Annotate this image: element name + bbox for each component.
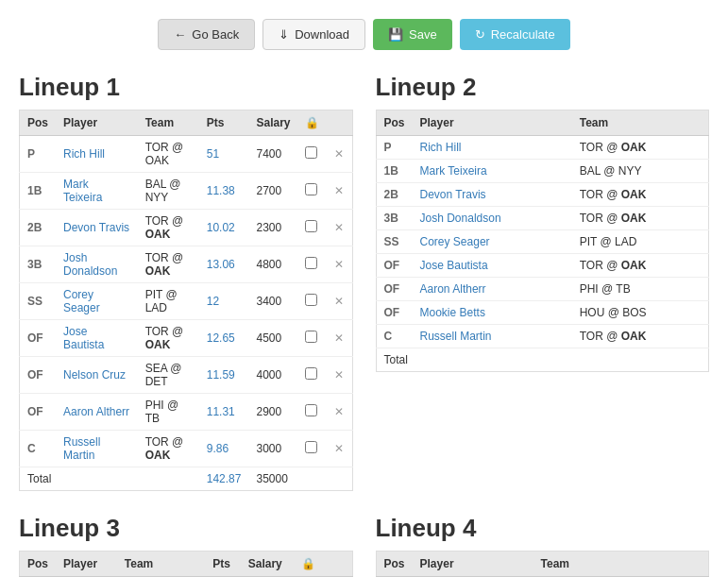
row-8-player[interactable]: Russell Martin <box>56 431 138 467</box>
col-header-6 <box>325 552 352 577</box>
row-8-pts: 9.86 <box>199 431 249 467</box>
row-4-player[interactable]: Corey Seager <box>56 283 138 320</box>
row-2-pos: 2B <box>20 210 57 246</box>
lineup-2-section: Lineup 2PosPlayerTeamPRich HillTOR @ OAK… <box>376 73 710 491</box>
recalculate-label: Recalculate <box>491 27 555 42</box>
row-6-lock[interactable] <box>297 357 327 394</box>
row-2-player[interactable]: Devon Travis <box>56 210 138 246</box>
col-header-0: Pos <box>376 552 413 577</box>
row-1-player[interactable]: Mark Teixeira <box>413 160 572 183</box>
col-header-2: Team <box>117 552 206 577</box>
col-header-0: Pos <box>20 552 57 577</box>
col-header-0: Pos <box>20 110 57 136</box>
go-back-label: Go Back <box>192 27 239 42</box>
row-0-player[interactable]: Rich Hill <box>413 136 572 160</box>
row-2-remove[interactable]: ✕ <box>327 210 352 246</box>
row-5-salary: 4500 <box>248 320 297 357</box>
row-7-lock[interactable] <box>297 394 327 431</box>
row-1-pos: 1B <box>376 160 413 183</box>
row-5-pos: OF <box>376 254 413 278</box>
table-row: 2BDevon TravisTOR @ OAK10.022300✕ <box>20 210 353 246</box>
col-header-1: Player <box>56 552 117 577</box>
row-8-team: TOR @ OAK <box>572 325 709 348</box>
row-7-player[interactable]: Aaron Altherr <box>56 394 138 431</box>
lineup-4-table: PosPlayerTeamPRich HillTOR @ OAKTotal <box>376 551 710 577</box>
row-4-remove[interactable]: ✕ <box>327 283 352 320</box>
col-header-3: Pts <box>205 552 240 577</box>
col-header-6 <box>327 110 352 136</box>
table-row: 3BJosh DonaldsonTOR @ OAK <box>376 207 709 230</box>
table-row: OFJose BautistaTOR @ OAK12.654500✕ <box>20 320 353 357</box>
row-3-pos: 3B <box>376 207 413 230</box>
row-7-player[interactable]: Mookie Betts <box>413 301 572 325</box>
toolbar: ← Go Back ⇓ Download 💾 Save ↻ Recalculat… <box>19 19 709 50</box>
row-4-player[interactable]: Corey Seager <box>413 230 572 254</box>
row-5-team: TOR @ OAK <box>572 254 709 278</box>
row-4-salary: 3400 <box>248 283 297 320</box>
row-6-pos: OF <box>376 278 413 301</box>
row-0-player[interactable]: Rich Hill <box>56 136 138 173</box>
row-0-pts: 51 <box>199 136 249 173</box>
table-row: CRussell MartinTOR @ OAK <box>376 325 709 348</box>
row-4-pts: 12 <box>199 283 249 320</box>
row-2-player[interactable]: Devon Travis <box>413 183 572 207</box>
row-8-lock[interactable] <box>297 431 327 467</box>
lineup-1-section: Lineup 1PosPlayerTeamPtsSalary🔒PRich Hil… <box>19 73 353 491</box>
row-3-remove[interactable]: ✕ <box>327 246 352 283</box>
lineup-3-title: Lineup 3 <box>19 514 353 543</box>
table-row: OFAaron AltherrPHI @ TB11.312900✕ <box>20 394 353 431</box>
row-3-lock[interactable] <box>297 246 327 283</box>
table-row: CRussell MartinTOR @ OAK9.863000✕ <box>20 431 353 467</box>
table-row: OFAaron AltherrPHI @ TB <box>376 278 709 301</box>
row-5-pts: 12.65 <box>199 320 249 357</box>
row-5-team: TOR @ OAK <box>138 320 199 357</box>
total-salary: 35000 <box>248 467 297 491</box>
row-7-remove[interactable]: ✕ <box>327 394 352 431</box>
table-row: 2BDevon TravisTOR @ OAK <box>376 183 709 207</box>
row-1-salary: 2700 <box>248 173 297 210</box>
table-row: SSCorey SeagerPIT @ LAD <box>376 230 709 254</box>
row-8-salary: 3000 <box>248 431 297 467</box>
row-1-remove[interactable]: ✕ <box>327 173 352 210</box>
recalculate-button[interactable]: ↻ Recalculate <box>460 19 570 50</box>
row-1-lock[interactable] <box>297 173 327 210</box>
row-3-player[interactable]: Josh Donaldson <box>413 207 572 230</box>
row-7-pos: OF <box>20 394 57 431</box>
arrow-left-icon: ← <box>174 27 186 42</box>
row-3-player[interactable]: Josh Donaldson <box>56 246 138 283</box>
row-1-player[interactable]: Mark Teixeira <box>56 173 138 210</box>
table-row: OFNelson CruzSEA @ DET11.594000✕ <box>20 357 353 394</box>
row-5-lock[interactable] <box>297 320 327 357</box>
row-4-pos: SS <box>376 230 413 254</box>
lineup-1-total-row: Total142.8735000 <box>20 467 353 491</box>
go-back-button[interactable]: ← Go Back <box>158 19 255 50</box>
download-label: Download <box>295 27 349 42</box>
row-2-lock[interactable] <box>297 210 327 246</box>
total-label: Total <box>20 467 199 491</box>
row-2-team: TOR @ OAK <box>138 210 199 246</box>
row-8-pos: C <box>376 325 413 348</box>
row-5-player[interactable]: Jose Bautista <box>56 320 138 357</box>
col-header-1: Player <box>413 552 533 577</box>
save-button[interactable]: 💾 Save <box>373 19 452 50</box>
row-6-player[interactable]: Aaron Altherr <box>413 278 572 301</box>
row-4-lock[interactable] <box>297 283 327 320</box>
row-6-team: PHI @ TB <box>572 278 709 301</box>
row-8-remove[interactable]: ✕ <box>327 431 352 467</box>
row-1-team: BAL @ NYY <box>138 173 199 210</box>
row-6-remove[interactable]: ✕ <box>327 357 352 394</box>
row-7-salary: 2900 <box>248 394 297 431</box>
row-0-lock[interactable] <box>297 136 327 173</box>
row-5-player[interactable]: Jose Bautista <box>413 254 572 278</box>
row-7-pts: 11.31 <box>199 394 249 431</box>
row-0-remove[interactable]: ✕ <box>327 136 352 173</box>
row-3-pts: 13.06 <box>199 246 249 283</box>
table-row: OFJose BautistaTOR @ OAK <box>376 254 709 278</box>
row-5-remove[interactable]: ✕ <box>327 320 352 357</box>
download-button[interactable]: ⇓ Download <box>262 19 365 50</box>
row-4-pos: SS <box>20 283 57 320</box>
row-0-pos: P <box>20 136 57 173</box>
row-8-player[interactable]: Russell Martin <box>413 325 572 348</box>
row-6-player[interactable]: Nelson Cruz <box>56 357 138 394</box>
table-row: SSCorey SeagerPIT @ LAD123400✕ <box>20 283 353 320</box>
